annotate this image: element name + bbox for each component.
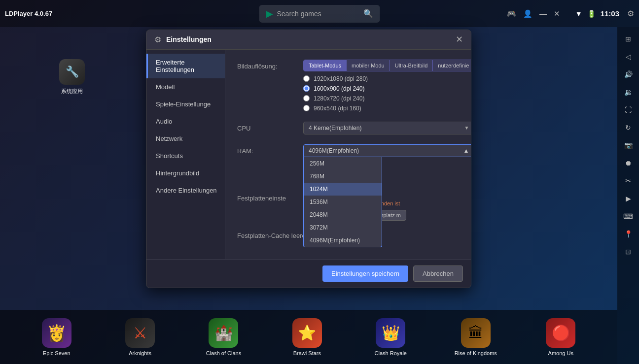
- rise-of-kingdoms-label: Rise of Kingdoms: [455, 350, 497, 356]
- system-app-icon[interactable]: 🔧 系统应用: [59, 59, 85, 95]
- among-us-label: Among Us: [548, 350, 573, 356]
- dialog-gear-icon: ⚙: [154, 35, 161, 44]
- taskbar-play-btn[interactable]: ▶: [619, 191, 637, 206]
- brawl-stars-label: Brawl Stars: [293, 350, 321, 356]
- dock-brawl-stars[interactable]: ⭐ Brawl Stars: [287, 318, 327, 356]
- dock-rise-of-kingdoms[interactable]: 🏛 Rise of Kingdoms: [455, 318, 497, 356]
- dock-among-us[interactable]: 🔴 Among Us: [541, 318, 580, 356]
- dialog-sidebar: Erweiterte Einstellungen Modell Spiele-E…: [146, 50, 225, 259]
- ram-select[interactable]: 4096M(Empfohlen) ▲: [303, 144, 471, 157]
- resolution-label: Bildauflösung:: [237, 60, 296, 70]
- ram-option-3072[interactable]: 3072M: [304, 221, 382, 234]
- dialog-close-button[interactable]: ✕: [456, 35, 463, 44]
- right-taskbar: ⊞ ◁ 🔊 🔉 ⛶ ↻ 📷 ⏺ ✂ ▶ ⌨ 📍 ⊡: [617, 27, 639, 364]
- taskbar-camera-btn[interactable]: 📷: [619, 137, 637, 153]
- taskbar-location-btn[interactable]: 📍: [619, 226, 637, 242]
- taskbar-capture-btn[interactable]: ⊡: [619, 244, 637, 260]
- resolution-radio-960[interactable]: [303, 105, 310, 111]
- system-app-label: 系统应用: [61, 88, 83, 95]
- ram-option-256[interactable]: 256M: [304, 157, 382, 170]
- taskbar-keyboard-btn[interactable]: ⌨: [619, 208, 637, 224]
- resolution-row: Bildauflösung: Tablet-Modus mobiler Modu…: [237, 60, 471, 112]
- ram-row: RAM: 4096M(Empfohlen) ▲ 256M 768M 1024M …: [237, 144, 471, 157]
- cpu-row: CPU 4 Kerne(Empfohlen) ▼: [237, 122, 471, 134]
- sidebar-item-erweiterte[interactable]: Erweiterte Einstellungen: [146, 54, 225, 78]
- ram-option-768[interactable]: 768M: [304, 170, 382, 183]
- dock-clash-of-clans[interactable]: 🏰 Clash of Clans: [204, 318, 243, 356]
- res-tab-tablet[interactable]: Tablet-Modus: [304, 60, 347, 71]
- dialog-titlebar-left: ⚙ Einstellungen: [154, 35, 212, 44]
- epic-seven-icon: 👸: [42, 318, 71, 348]
- sidebar-item-hintergrund[interactable]: Hintergrundbild: [146, 165, 225, 182]
- dialog-overlay: ⚙ Einstellungen ✕ Erweiterte Einstellung…: [0, 27, 617, 310]
- settings-icon[interactable]: ⚙: [627, 9, 634, 18]
- rise-of-kingdoms-icon: 🏛: [461, 318, 491, 348]
- wifi-icon: ▼: [575, 10, 582, 18]
- search-icon[interactable]: 🔍: [363, 9, 373, 18]
- dialog-body: Erweiterte Einstellungen Modell Spiele-E…: [146, 50, 471, 259]
- desktop: LDPlayer 4.0.67 ▶ 🔍 🎮 👤 — ✕ ▼ 🔋 11:03 ⚙ …: [0, 0, 639, 364]
- sidebar-item-netzwerk[interactable]: Netzwerk: [146, 130, 225, 147]
- resolution-option-960[interactable]: 960x540 (dpi 160): [303, 105, 471, 112]
- clock: 11:03: [601, 9, 619, 18]
- resolution-option-1920[interactable]: 1920x1080 (dpi 280): [303, 75, 471, 82]
- res-tab-ultra[interactable]: Ultra-Breitbild: [390, 60, 433, 71]
- save-button[interactable]: Einstellungen speichern: [322, 265, 408, 282]
- topbar-right: ▼ 🔋 11:03 ⚙: [575, 9, 634, 18]
- taskbar-volume-down-btn[interactable]: 🔉: [619, 84, 637, 100]
- clash-of-clans-icon: 🏰: [209, 318, 238, 348]
- sidebar-item-shortcuts[interactable]: Shortcuts: [146, 147, 225, 165]
- ram-arrow-icon: ▲: [463, 147, 469, 154]
- dialog-footer: Einstellungen speichern Abbrechen: [146, 259, 471, 288]
- ram-option-4096[interactable]: 4096M(Empfohlen): [304, 234, 382, 247]
- res-tab-mobiler[interactable]: mobiler Modu: [347, 60, 390, 71]
- dock-clash-royale[interactable]: 👑 Clash Royale: [371, 318, 410, 356]
- taskbar-back-btn[interactable]: ◁: [619, 49, 637, 65]
- ram-field: 4096M(Empfohlen) ▲ 256M 768M 1024M 1536M…: [303, 144, 471, 157]
- system-app-glyph: 🔧: [66, 66, 79, 78]
- ram-option-1024[interactable]: 1024M: [304, 183, 382, 196]
- resolution-radio-1920[interactable]: [303, 75, 310, 82]
- dock-arknights[interactable]: ⚔ Arknights: [120, 318, 160, 356]
- gamepad-icon[interactable]: 🎮: [507, 9, 516, 18]
- cpu-field: 4 Kerne(Empfohlen) ▼: [303, 122, 471, 134]
- resolution-label-1600: 1600x900 (dpi 240): [314, 85, 364, 92]
- taskbar-volume-up-btn[interactable]: 🔊: [619, 66, 637, 82]
- resolution-options: 1920x1080 (dpi 280) 1600x900 (dpi 240) 1…: [303, 75, 471, 112]
- arknights-icon: ⚔: [125, 318, 155, 348]
- sidebar-item-modell[interactable]: Modell: [146, 78, 225, 96]
- sidebar-item-andere[interactable]: Andere Einstellungen: [146, 182, 225, 199]
- topbar: LDPlayer 4.0.67 ▶ 🔍 🎮 👤 — ✕ ▼ 🔋 11:03 ⚙: [0, 0, 639, 27]
- cpu-select[interactable]: 4 Kerne(Empfohlen) ▼: [303, 122, 471, 134]
- resolution-option-1280[interactable]: 1280x720 (dpi 240): [303, 95, 471, 102]
- close-win-icon[interactable]: ✕: [554, 9, 560, 18]
- res-tab-nutzerdef[interactable]: nutzerdefinie: [433, 60, 471, 71]
- search-input[interactable]: [277, 10, 363, 18]
- sidebar-item-audio[interactable]: Audio: [146, 113, 225, 130]
- taskbar-apps-btn[interactable]: ⊞: [619, 31, 637, 47]
- ram-current-value: 4096M(Empfohlen): [309, 147, 359, 154]
- dialog-titlebar: ⚙ Einstellungen ✕: [146, 30, 471, 50]
- user-icon[interactable]: 👤: [523, 9, 532, 18]
- arknights-label: Arknights: [129, 350, 151, 356]
- taskbar-fullscreen-btn[interactable]: ⛶: [619, 102, 637, 118]
- ram-option-2048[interactable]: 2048M: [304, 208, 382, 221]
- taskbar-cut-btn[interactable]: ✂: [619, 173, 637, 189]
- dock-epic-seven[interactable]: 👸 Epic Seven: [37, 318, 76, 356]
- resolution-radio-1600[interactable]: [303, 85, 310, 92]
- search-bar[interactable]: ▶ 🔍: [259, 5, 380, 23]
- bottom-dock: 👸 Epic Seven ⚔ Arknights 🏰 Clash of Clan…: [0, 310, 617, 364]
- resolution-option-1600[interactable]: 1600x900 (dpi 240): [303, 85, 471, 92]
- window-controls: 🎮 👤 — ✕: [507, 9, 560, 18]
- clash-royale-icon: 👑: [376, 318, 405, 348]
- ram-option-1536[interactable]: 1536M: [304, 196, 382, 208]
- ram-label: RAM:: [237, 144, 296, 155]
- clash-of-clans-label: Clash of Clans: [206, 350, 242, 356]
- taskbar-record-btn[interactable]: ⏺: [619, 155, 637, 171]
- sidebar-item-spiele[interactable]: Spiele-Einstellunge: [146, 96, 225, 113]
- minimize-win-icon[interactable]: —: [539, 9, 547, 18]
- resolution-radio-1280[interactable]: [303, 95, 310, 101]
- cancel-button[interactable]: Abbrechen: [413, 265, 463, 282]
- epic-seven-label: Epic Seven: [43, 350, 71, 356]
- taskbar-rotate-btn[interactable]: ↻: [619, 120, 637, 135]
